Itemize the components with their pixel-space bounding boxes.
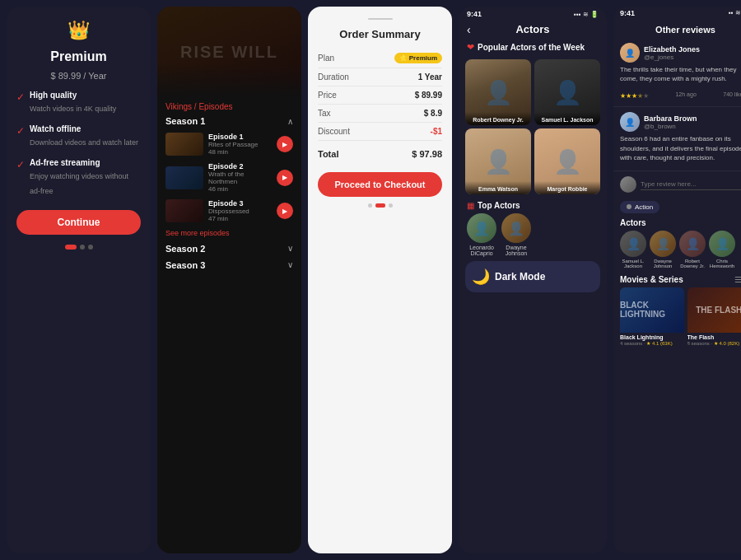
- episode-2-thumb: [165, 166, 203, 189]
- episode-2-duration: 46 min: [208, 185, 272, 193]
- actor-mini-dwayne[interactable]: 👤 DwayneJohnson: [650, 231, 676, 268]
- actors-large-panel: 9:41 ▪▪▪ ≋ 🔋 ‹ Actors ❤ Popular Actors o…: [459, 7, 607, 553]
- other-reviews-title: Other reviews: [613, 18, 741, 38]
- flash-thumb: THE FLASH: [687, 287, 742, 333]
- review-2-text: Season 6 had an entire fanbase on its sh…: [620, 134, 741, 162]
- episode-3-subtitle: Dispossessed: [208, 208, 272, 215]
- episode-2-play-button[interactable]: ▶: [277, 170, 293, 186]
- order-row-discount: Discount -$1: [318, 123, 442, 141]
- actor-mini-chris[interactable]: 👤 ChrisHemsworth: [709, 231, 735, 268]
- popular-section: ❤ Popular Actors of the Week: [459, 39, 607, 56]
- feature-high-quality: ✓ High quality Watch videos in 4K qualit…: [16, 91, 141, 114]
- episode-2-info: Episode 2 Wrath of the Northmen 46 min: [208, 162, 272, 193]
- heart-icon: ❤: [467, 42, 474, 53]
- review-input-row: [613, 171, 741, 198]
- popular-actors-grid: 👤 Robert Downey Jr. 👤 Samuel L. Jackson …: [459, 56, 607, 198]
- actors-small-section: Actors 👤 Samuel L.Jackson 👤 DwayneJohnso…: [613, 215, 741, 272]
- reviews-panel: 9:41 ▪▪ ≋ 🔋 Other reviews 👤 Elizabeth Jo…: [613, 7, 741, 553]
- moon-icon: 🌙: [472, 268, 490, 286]
- episode-2-subtitle: Wrath of the Northmen: [208, 170, 272, 185]
- movies-section: Movies & Series ☰ ⊞ BLACK LIGHTNING Blac…: [613, 272, 741, 553]
- premium-panel: 👑 Premium $ 89.99 / Year ✓ High quality …: [7, 7, 151, 553]
- actor-card-ew[interactable]: 👤 Emma Watson: [465, 128, 531, 194]
- slj-mini-name: Samuel L.Jackson: [622, 259, 644, 268]
- order-dot-2[interactable]: [375, 203, 385, 208]
- episode-3-item: Episode 3 Dispossessed 47 min ▶: [157, 196, 301, 226]
- episode-1-play-button[interactable]: ▶: [277, 136, 293, 152]
- review-1-meta: ★★★★★ 12h ago 740 likes ♥: [620, 86, 741, 101]
- actor-card-rdj[interactable]: 👤 Robert Downey Jr.: [465, 59, 531, 125]
- total-value: $ 97.98: [412, 149, 442, 159]
- star-half: ★: [637, 92, 643, 100]
- order-total-row: Total $ 97.98: [318, 144, 442, 164]
- darkmode-banner[interactable]: 🌙 Dark Mode: [465, 261, 600, 292]
- check-icon-1: ✓: [16, 91, 25, 103]
- movies-view-icons[interactable]: ☰ ⊞: [734, 275, 741, 284]
- tax-value: $ 8.9: [424, 109, 442, 118]
- feature-offline: ✓ Watch offline Download videos and watc…: [16, 124, 141, 148]
- reviewer-1-row: 👤 Elizabeth Jones @e_jones: [620, 43, 741, 63]
- continue-button[interactable]: Continue: [16, 210, 141, 235]
- episode-3-duration: 47 min: [208, 215, 272, 222]
- movie-flash[interactable]: THE FLASH The Flash 8 seasons · ★ 4.0 (8…: [687, 287, 742, 348]
- actor-card-slj[interactable]: 👤 Samuel L. Jackson: [534, 59, 600, 125]
- reviewer-1-info: Elizabeth Jones @e_jones: [644, 45, 700, 61]
- movie-black-lightning[interactable]: BLACK LIGHTNING Black Lightning 4 season…: [620, 287, 684, 348]
- feature-desc-2: Download videos and watch later: [30, 138, 138, 147]
- movies-grid: BLACK LIGHTNING Black Lightning 4 season…: [620, 287, 741, 348]
- movies-title: Movies & Series: [620, 275, 683, 284]
- order-dot-1[interactable]: [368, 203, 372, 208]
- top-actor-leo[interactable]: 👤 LeonardoDiCaprio: [467, 213, 496, 256]
- review-2: 👤 Barbara Brown @b_brown Season 6 had an…: [613, 107, 741, 171]
- dwayne-mini-avatar: 👤: [650, 231, 676, 257]
- see-more-episodes[interactable]: See more episodes: [157, 226, 301, 240]
- actor-card-mr[interactable]: 👤 Margot Robbie: [534, 128, 600, 194]
- back-button[interactable]: ‹: [467, 23, 471, 36]
- breadcrumb-link[interactable]: Vikings: [165, 102, 192, 111]
- dot-2[interactable]: [80, 245, 85, 250]
- feature-title-3: Ad-free streaming: [30, 158, 141, 167]
- plan-label: Plan: [318, 54, 334, 63]
- season3-label: Season 3: [165, 260, 205, 270]
- episode-1-duration: 48 min: [208, 148, 272, 156]
- top-actor-dwayne[interactable]: 👤 DwayneJohnson: [501, 213, 531, 256]
- season3-header[interactable]: Season 3 ∨: [157, 257, 301, 273]
- order-dot-3[interactable]: [389, 203, 393, 208]
- feature-title-2: Watch offline: [30, 124, 138, 133]
- season2-header[interactable]: Season 2 ∨: [157, 240, 301, 257]
- actor-mini-slj[interactable]: 👤 Samuel L.Jackson: [620, 231, 646, 268]
- bl-info: Black Lightning 4 seasons · ★ 4.1 (63K): [620, 333, 684, 348]
- top-actors-label: Top Actors: [478, 201, 520, 210]
- vikings-hero-text: RISE WILL: [180, 43, 278, 62]
- mr-name-overlay: Margot Robbie: [534, 181, 600, 194]
- flash-name: The Flash: [687, 334, 742, 340]
- carousel-dots: [16, 245, 141, 250]
- actor-mini-rdj[interactable]: 👤 RobertDowney Jr.: [679, 231, 706, 268]
- dot-1[interactable]: [65, 245, 77, 250]
- review-input[interactable]: [641, 179, 741, 190]
- season1-header[interactable]: Season 1 ∧: [157, 113, 301, 129]
- breadcrumb-separator: / Episodes: [194, 102, 233, 111]
- phone-status-icons: ▪▪▪ ≋ 🔋: [574, 11, 599, 18]
- rdj-name: Robert Downey Jr.: [468, 117, 528, 123]
- dot-3[interactable]: [88, 245, 93, 250]
- actors-nav: ‹ Actors: [459, 20, 607, 39]
- popular-label: Popular Actors of the Week: [478, 43, 585, 52]
- dwayne-avatar: 👤: [501, 213, 531, 243]
- reviewer-2-info: Barbara Brown @b_brown: [644, 114, 697, 130]
- review-1-stars: ★★★★★: [620, 86, 649, 101]
- rdj-name-overlay: Robert Downey Jr.: [465, 112, 531, 125]
- action-filter-row: Action ⊞: [613, 198, 741, 215]
- review-1-text: The thrills take their time, but when th…: [620, 65, 741, 83]
- review-1: 👤 Elizabeth Jones @e_jones The thrills t…: [613, 38, 741, 107]
- movies-title-row: Movies & Series ☰ ⊞: [620, 275, 741, 284]
- chris-mini-name: ChrisHemsworth: [710, 259, 734, 268]
- total-label: Total: [318, 149, 338, 159]
- action-chip[interactable]: Action: [620, 201, 659, 213]
- checkout-button[interactable]: Proceed to Checkout: [318, 172, 442, 197]
- episode-3-info: Episode 3 Dispossessed 47 min: [208, 199, 272, 222]
- top-actors-section: ▦ Top Actors 👤 LeonardoDiCaprio 👤 Dwayne…: [459, 198, 607, 258]
- episode-3-title: Episode 3: [208, 199, 272, 208]
- episode-3-play-button[interactable]: ▶: [277, 203, 293, 219]
- reviews-status-icons: ▪▪ ≋ 🔋: [729, 9, 741, 17]
